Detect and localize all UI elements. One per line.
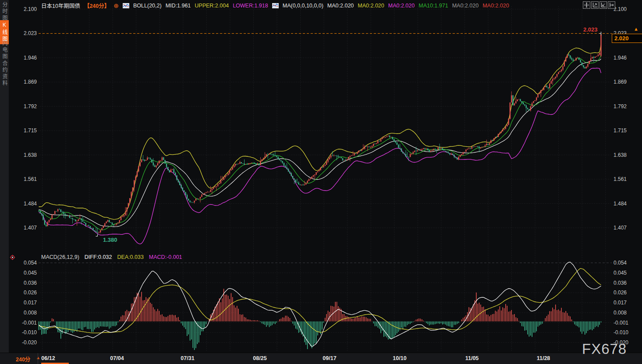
- svg-text:0.017: 0.017: [24, 300, 37, 306]
- grid-lines: [39, 7, 612, 350]
- low-cross-marker: [96, 234, 98, 236]
- boll-lower-line: [39, 68, 601, 244]
- ma-value-2: MA0:2.020: [388, 3, 415, 9]
- svg-text:0.017: 0.017: [614, 300, 627, 306]
- time-label: 10/10: [393, 355, 406, 361]
- instrument-title: 日本10年期国债: [41, 1, 80, 10]
- svg-text:0.036: 0.036: [614, 280, 627, 286]
- svg-text:1.946: 1.946: [614, 55, 627, 61]
- time-label: 11/28: [537, 355, 550, 361]
- ma-value-5: MA0:2.020: [482, 3, 509, 9]
- move-icon: [584, 2, 589, 8]
- candles: [38, 33, 601, 236]
- svg-text:1.638: 1.638: [24, 152, 37, 158]
- svg-text:1.792: 1.792: [24, 103, 37, 110]
- svg-text:-0.001: -0.001: [614, 320, 628, 326]
- boll-label: BOLL(20,2): [133, 3, 162, 9]
- svg-text:1.638: 1.638: [614, 152, 627, 158]
- time-label: 06/12: [41, 355, 55, 361]
- last-price-marker: 2.020: [612, 34, 642, 43]
- zoom-in-axes-button[interactable]: [591, 1, 599, 9]
- svg-text:1.484: 1.484: [24, 201, 37, 207]
- chart-canvas[interactable]: 2.1002.1002.0232.0231.9461.9461.8691.869…: [0, 0, 642, 364]
- axis-separator: [38, 353, 38, 364]
- svg-text:1.715: 1.715: [24, 127, 37, 134]
- svg-text:1.946: 1.946: [24, 55, 37, 61]
- sidebar-item-flash-chart[interactable]: 闪电图: [0, 40, 9, 60]
- svg-text:1.792: 1.792: [614, 103, 627, 110]
- zoom-out-axes-button[interactable]: [599, 1, 607, 9]
- ma-value-3: MA10:1.971: [419, 3, 448, 9]
- svg-text:1.561: 1.561: [24, 176, 37, 182]
- time-label: 11/05: [465, 355, 479, 361]
- macd-dea-value: DEA:0.033: [117, 254, 143, 260]
- time-label: 09/17: [323, 355, 336, 361]
- pan-right-button[interactable]: [608, 1, 615, 9]
- svg-text:2.100: 2.100: [24, 6, 37, 12]
- svg-text:2.100: 2.100: [614, 6, 627, 12]
- macd-histogram: [39, 289, 601, 350]
- svg-text:0.008: 0.008: [24, 310, 37, 316]
- svg-text:0.008: 0.008: [614, 310, 627, 316]
- svg-text:0.045: 0.045: [614, 270, 627, 276]
- macd-diff-value: DIFF:0.032: [85, 254, 112, 260]
- boll-upper-line: [39, 45, 601, 219]
- svg-text:0.045: 0.045: [24, 270, 37, 276]
- ma-value-1: MA0:2.020: [358, 3, 384, 9]
- svg-text:1.484: 1.484: [614, 201, 627, 207]
- indicator-live-icon: [10, 254, 15, 262]
- boll-mid-value: MID:1.961: [166, 3, 191, 9]
- boll-chart-icon[interactable]: [123, 3, 129, 8]
- time-axis-bar: 240分 ▲ 06/1207/0407/3108/2509/1710/1011/…: [0, 353, 642, 364]
- sidebar-item-contract-info[interactable]: 合约资料: [0, 60, 9, 87]
- sidebar: 分时图 K线图 闪电图 合约资料: [0, 0, 9, 353]
- trading-app-window: 2.1002.1002.0232.0231.9461.9461.8691.869…: [0, 0, 642, 364]
- svg-text:1.407: 1.407: [614, 225, 627, 231]
- svg-text:0.026: 0.026: [24, 290, 37, 296]
- macd-header: MACD(26,12,9) DIFF:0.032 DEA:0.033 MACD:…: [41, 254, 182, 260]
- macd-diff-line: [39, 262, 601, 346]
- svg-text:-0.010: -0.010: [614, 329, 628, 336]
- ma-chart-icon[interactable]: [272, 3, 279, 8]
- svg-text:0.026: 0.026: [614, 290, 627, 296]
- zoom-in-axes-icon: [592, 2, 598, 8]
- session-high-label: 2.023: [583, 26, 598, 33]
- ma-value-0: MA0:2.020: [327, 3, 354, 9]
- period-selector[interactable]: 240分: [16, 355, 30, 363]
- svg-text:-0.001: -0.001: [22, 320, 37, 326]
- fx678-watermark: FX678: [582, 341, 627, 357]
- svg-text:0.054: 0.054: [614, 260, 627, 266]
- svg-text:1.715: 1.715: [614, 127, 627, 134]
- svg-text:-0.020: -0.020: [22, 339, 37, 346]
- ma-value-4: MA0:2.020: [452, 3, 479, 9]
- session-low-label: 1.380: [103, 237, 117, 243]
- time-label: 07/31: [181, 355, 194, 361]
- svg-text:0.054: 0.054: [24, 260, 37, 266]
- svg-text:1.869: 1.869: [24, 79, 37, 85]
- boll-mid-line: [39, 59, 601, 227]
- price-axis-labels: 2.1002.1002.0232.0231.9461.9461.8691.869…: [22, 6, 628, 346]
- sidebar-item-time-chart[interactable]: 分时图: [0, 2, 9, 21]
- macd-dea-line: [39, 269, 601, 333]
- move-tool-button[interactable]: [583, 1, 590, 9]
- boll-lower-value: LOWER:1.918: [233, 3, 268, 9]
- svg-text:1.561: 1.561: [614, 176, 627, 182]
- svg-text:1.407: 1.407: [24, 225, 37, 231]
- pan-right-icon: [609, 2, 614, 8]
- zoom-out-axes-icon: [600, 2, 606, 8]
- svg-text:0.036: 0.036: [24, 280, 37, 286]
- svg-text:2.023: 2.023: [24, 30, 37, 36]
- macd-macd-value: MACD:-0.001: [149, 254, 182, 260]
- time-label: 08/25: [253, 355, 266, 361]
- ma-label: MA(0,0,0,10,0,0): [283, 3, 323, 9]
- price-up-arrow-icon: ▲: [634, 26, 638, 32]
- boll-upper-value: UPPER:2.004: [195, 3, 229, 9]
- chart-header: 日本10年期国债 【240分】 ⊕ BOLL(20,2) MID:1.961 U…: [41, 2, 509, 9]
- period-badge: 【240分】: [84, 1, 110, 10]
- time-label: 07/04: [110, 355, 124, 361]
- svg-text:-0.010: -0.010: [22, 329, 37, 336]
- indicator-settings-icon[interactable]: ⊕: [114, 2, 119, 9]
- chart-toolbar: [583, 1, 615, 9]
- macd-label: MACD(26,12,9): [41, 254, 79, 260]
- svg-text:1.869: 1.869: [614, 79, 627, 85]
